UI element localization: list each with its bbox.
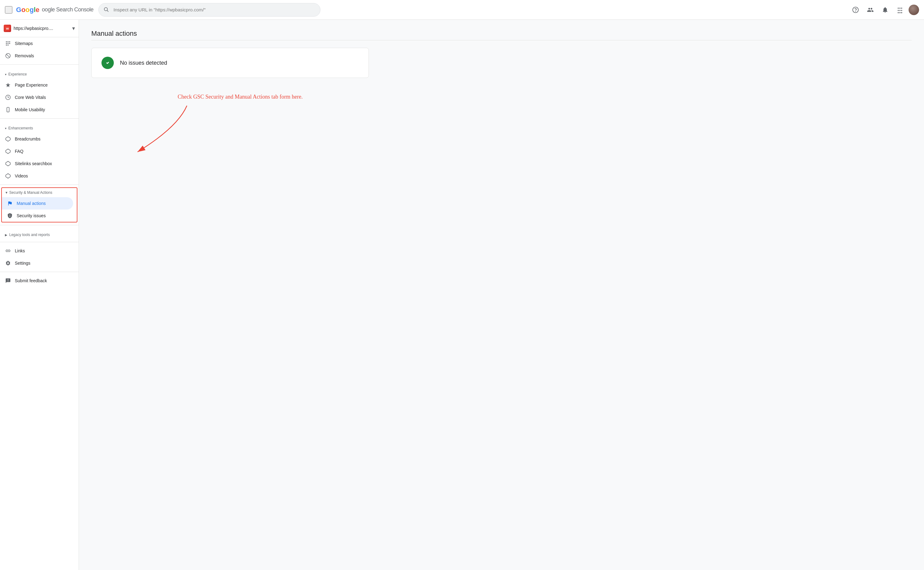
divider6 [0, 272, 78, 272]
people-icon-button[interactable] [864, 4, 876, 16]
section-security-text: Security & Manual Actions [9, 190, 52, 195]
sidebar-item-manual-actions[interactable]: Manual actions [2, 197, 73, 210]
svg-marker-11 [6, 137, 11, 141]
chevron-down-icon: ▾ [72, 25, 75, 32]
section-experience[interactable]: ▾ Experience [0, 67, 78, 79]
logo-g: G [16, 6, 21, 14]
site-url: https://wpbasicpro.... [14, 26, 70, 31]
sidebar-item-faq[interactable]: FAQ [0, 145, 75, 158]
mobile-usability-label: Mobile Usability [15, 107, 45, 112]
annotation-text: Check GSC Security and Manual Actions ta… [178, 93, 303, 100]
status-icon [101, 57, 114, 69]
search-icon [103, 6, 109, 13]
section-experience-label: Experience [8, 72, 27, 77]
sitelinks-searchbox-label: Sitelinks searchbox [15, 161, 52, 166]
svg-line-7 [6, 54, 10, 58]
layout: W https://wpbasicpro.... ▾ Sitemaps Remo… [0, 20, 924, 570]
svg-marker-12 [6, 149, 11, 154]
section-enhancements[interactable]: ▾ Enhancements [0, 121, 78, 133]
sidebar-item-core-web-vitals[interactable]: Core Web Vitals [0, 91, 75, 104]
security-issues-icon [7, 213, 13, 219]
section-legacy-label: Legacy tools and reports [9, 233, 50, 237]
faq-icon [5, 148, 11, 154]
page-experience-label: Page Experience [15, 83, 48, 87]
sidebar-item-links[interactable]: Links [0, 245, 75, 257]
security-issues-label: Security issues [17, 213, 46, 218]
site-selector[interactable]: W https://wpbasicpro.... ▾ [0, 20, 78, 37]
links-icon [5, 248, 11, 254]
sidebar-item-mobile-usability[interactable]: Mobile Usability [0, 104, 75, 116]
sidebar-item-removals[interactable]: Removals [0, 50, 75, 62]
status-text: No issues detected [120, 60, 167, 66]
sitelinks-searchbox-icon [5, 161, 11, 167]
logo-o2: o [26, 6, 29, 14]
core-web-vitals-icon [5, 94, 11, 100]
sidebar: W https://wpbasicpro.... ▾ Sitemaps Remo… [0, 20, 79, 570]
links-label: Links [15, 248, 25, 253]
annotation-arrow [178, 103, 246, 158]
logo-e: e [36, 6, 40, 14]
status-card: No issues detected [91, 48, 369, 78]
section-security-label[interactable]: ▾ Security & Manual Actions [2, 188, 77, 197]
search-bar [98, 3, 320, 17]
breadcrumbs-icon [5, 136, 11, 142]
menu-button[interactable] [5, 6, 12, 14]
videos-icon [5, 173, 11, 179]
logo: Google oogle Search Console [16, 6, 94, 14]
header-left: Google oogle Search Console [5, 6, 94, 14]
breadcrumbs-label: Breadcrumbs [15, 136, 40, 141]
section-enhancements-label: Enhancements [8, 126, 33, 130]
site-favicon: W [4, 25, 11, 32]
manual-actions-icon [7, 200, 13, 207]
sidebar-item-security-issues[interactable]: Security issues [2, 210, 73, 222]
help-button[interactable] [849, 4, 862, 16]
svg-line-1 [107, 10, 108, 11]
page-experience-icon [5, 82, 11, 88]
submit-feedback-label: Submit feedback [15, 278, 47, 283]
avatar[interactable] [909, 5, 919, 15]
logo-g2: g [29, 6, 34, 14]
settings-icon [5, 260, 11, 266]
sitemaps-icon [5, 40, 11, 46]
submit-feedback-icon [5, 277, 11, 284]
sidebar-item-breadcrumbs[interactable]: Breadcrumbs [0, 133, 75, 145]
security-manual-actions-section: ▾ Security & Manual Actions Manual actio… [1, 187, 77, 222]
removals-icon [5, 53, 11, 59]
page-title: Manual actions [91, 29, 912, 40]
collapse-arrow-security: ▾ [6, 190, 8, 195]
sidebar-item-sitemaps[interactable]: Sitemaps [0, 37, 75, 50]
collapse-arrow-experience: ▾ [5, 73, 6, 76]
faq-label: FAQ [15, 149, 23, 154]
svg-point-0 [104, 8, 108, 11]
mobile-usability-icon [5, 107, 11, 113]
apps-button[interactable] [894, 4, 906, 16]
manual-actions-label: Manual actions [17, 201, 46, 206]
sidebar-item-page-experience[interactable]: Page Experience [0, 79, 75, 91]
svg-marker-14 [6, 174, 11, 178]
annotation: Check GSC Security and Manual Actions ta… [178, 93, 303, 159]
svg-text:W: W [6, 27, 9, 30]
sidebar-item-settings[interactable]: Settings [0, 257, 75, 269]
main-content: Manual actions No issues detected Check … [79, 20, 924, 570]
url-inspect-input[interactable] [98, 3, 320, 17]
sidebar-item-videos[interactable]: Videos [0, 170, 75, 182]
removals-label: Removals [15, 53, 34, 58]
header-right [849, 4, 919, 16]
collapse-arrow-enhancements: ▾ [5, 127, 6, 130]
header: Google oogle Search Console [0, 0, 924, 20]
sidebar-item-submit-feedback[interactable]: Submit feedback [0, 274, 75, 287]
collapse-arrow-legacy: ▶ [5, 233, 8, 237]
core-web-vitals-label: Core Web Vitals [15, 95, 46, 100]
notifications-button[interactable] [879, 4, 891, 16]
section-legacy[interactable]: ▶ Legacy tools and reports [0, 228, 78, 239]
settings-label: Settings [15, 260, 31, 266]
svg-marker-13 [6, 161, 11, 166]
logo-o1: o [21, 6, 25, 14]
videos-label: Videos [15, 173, 28, 178]
divider [0, 64, 78, 65]
sidebar-item-sitelinks-searchbox[interactable]: Sitelinks searchbox [0, 158, 75, 170]
logo-text: oogle Search Console [42, 6, 94, 13]
divider2 [0, 118, 78, 119]
sitemaps-label: Sitemaps [15, 41, 33, 46]
